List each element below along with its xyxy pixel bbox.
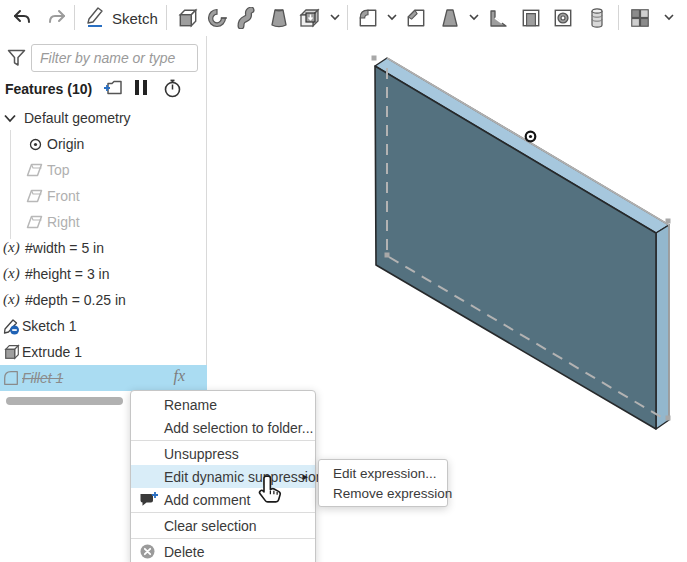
- menu-item-edit-dynamic-suppression[interactable]: Edit dynamic suppression ▸: [131, 465, 315, 488]
- menu-item-delete[interactable]: Delete: [131, 540, 315, 562]
- comment-plus-icon: [139, 491, 159, 508]
- menu-item-label: Rename: [164, 397, 217, 413]
- menu-item-label: Unsuppress: [164, 446, 239, 462]
- menu-item-label: Add comment: [164, 492, 250, 508]
- plate-front-face[interactable]: [375, 66, 656, 429]
- part-plate[interactable]: [375, 58, 669, 429]
- menu-item-add-selection-to-folder[interactable]: Add selection to folder...: [131, 416, 315, 439]
- menu-separator: [131, 538, 315, 539]
- menu-item-label: Add selection to folder...: [164, 420, 313, 436]
- menu-item-label: Edit expression...: [333, 466, 437, 481]
- menu-separator: [131, 440, 315, 441]
- menu-item-label: Clear selection: [164, 518, 257, 534]
- plate-side-face[interactable]: [656, 225, 669, 429]
- menu-item-rename[interactable]: Rename: [131, 393, 315, 416]
- menu-separator: [131, 512, 315, 513]
- menu-item-unsuppress[interactable]: Unsuppress: [131, 442, 315, 465]
- dynamic-suppression-submenu: Edit expression... Remove expression: [318, 459, 448, 507]
- submenu-item-remove-expression[interactable]: Remove expression: [319, 483, 447, 503]
- menu-item-label: Edit dynamic suppression: [164, 469, 324, 485]
- delete-circle-icon: [140, 544, 155, 559]
- menu-item-clear-selection[interactable]: Clear selection: [131, 514, 315, 537]
- menu-item-label: Remove expression: [333, 486, 452, 501]
- menu-item-label: Delete: [164, 544, 204, 560]
- submenu-arrow-icon: ▸: [302, 470, 308, 483]
- menu-item-add-comment[interactable]: Add comment: [131, 488, 315, 511]
- part-studio: Sketch: [0, 0, 687, 562]
- origin-marker[interactable]: [526, 132, 536, 142]
- submenu-item-edit-expression[interactable]: Edit expression...: [319, 463, 447, 483]
- context-menu: Rename Add selection to folder... Unsupp…: [130, 390, 316, 562]
